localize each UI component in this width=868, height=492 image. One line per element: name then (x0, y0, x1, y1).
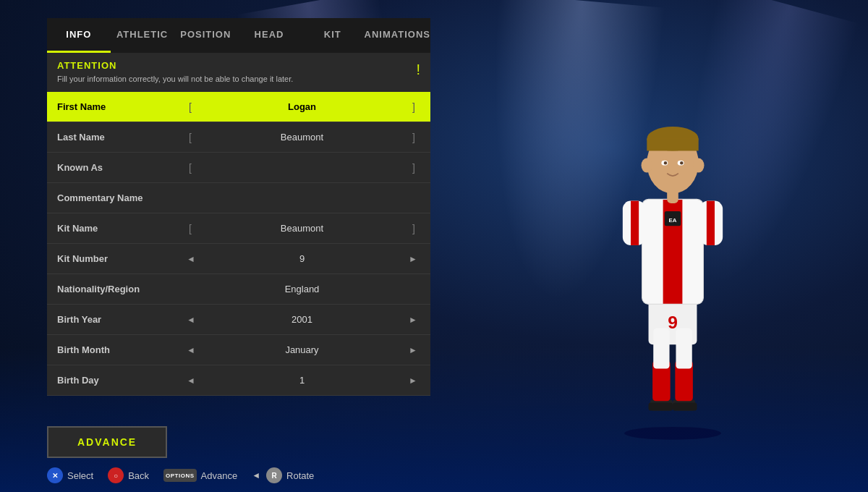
advance-button[interactable]: ADVANCE (47, 426, 167, 458)
player-figure-svg: 9 EA (521, 22, 825, 441)
bracket-right-4: ] (407, 223, 420, 234)
field-value-kit-name: Beaumont (197, 223, 407, 234)
field-birth-day[interactable]: Birth Day ◄ 1 ► (47, 365, 430, 396)
birth-year-arrow-left[interactable]: ◄ (184, 315, 198, 325)
birth-day-arrow-right[interactable]: ► (406, 376, 420, 386)
svg-point-29 (693, 158, 705, 173)
field-value-birth-month: January (198, 344, 406, 355)
options-button-icon: OPTIONS (163, 469, 197, 482)
ui-panel: INFO ATHLETIC POSITION HEAD KIT ANIMATIO… (47, 18, 430, 458)
birth-month-arrow-right[interactable]: ► (406, 345, 420, 355)
field-label-birth-day: Birth Day (57, 375, 184, 386)
tab-info[interactable]: INFO (47, 18, 111, 53)
svg-point-28 (642, 158, 653, 173)
tab-animations[interactable]: ANIMATIONS (365, 18, 430, 53)
control-back: ○ Back (108, 467, 149, 483)
bracket-right-0: ] (407, 101, 420, 113)
field-kit-name[interactable]: Kit Name [ Beaumont ] (47, 213, 430, 244)
svg-rect-10 (676, 328, 692, 369)
bracket-left-0: [ (184, 101, 197, 113)
control-rotate: ◄ R Rotate (252, 467, 314, 483)
field-label-kit-number: Kit Number (57, 253, 184, 264)
field-value-first-name: Logan (197, 101, 407, 112)
warning-icon: ! (416, 62, 420, 78)
bracket-left-4: [ (184, 223, 197, 234)
attention-content: ATTENTION Fill your information correctl… (57, 60, 409, 85)
field-first-name[interactable]: First Name [ Logan ] (47, 92, 430, 122)
svg-rect-23 (647, 139, 698, 151)
field-label-last-name: Last Name (57, 132, 184, 143)
field-birth-month[interactable]: Birth Month ◄ January ► (47, 335, 430, 365)
svg-rect-4 (673, 402, 697, 410)
tab-athletic[interactable]: ATHLETIC (111, 18, 174, 53)
field-label-known-as: Known As (57, 162, 184, 173)
field-label-first-name: First Name (57, 101, 184, 112)
field-value-nationality: England (184, 284, 420, 294)
field-value-kit-number: 9 (198, 253, 406, 264)
svg-rect-17 (631, 201, 639, 245)
o-button-icon: ○ (108, 467, 124, 483)
svg-point-0 (624, 427, 721, 440)
svg-text:EA: EA (669, 217, 677, 224)
tab-bar: INFO ATHLETIC POSITION HEAD KIT ANIMATIO… (47, 18, 430, 53)
attention-title: ATTENTION (57, 60, 409, 71)
tab-head[interactable]: HEAD (237, 18, 301, 53)
field-label-birth-year: Birth Year (57, 314, 184, 325)
field-value-last-name: Beaumont (197, 132, 407, 143)
r-button-icon: R (266, 467, 282, 483)
select-label: Select (67, 470, 93, 481)
field-commentary-name[interactable]: Commentary Name (47, 183, 430, 213)
bracket-right-2: ] (407, 162, 420, 174)
field-nationality[interactable]: Nationality/Region England (47, 274, 430, 305)
field-label-commentary: Commentary Name (57, 192, 184, 203)
bottom-bar: ✕ Select ○ Back OPTIONS Advance ◄ R Rota… (0, 467, 868, 483)
field-value-birth-day: 1 (198, 375, 406, 386)
birth-day-arrow-left[interactable]: ◄ (184, 376, 198, 386)
attention-text: Fill your information correctly, you wil… (57, 74, 409, 85)
field-birth-year[interactable]: Birth Year ◄ 2001 ► (47, 305, 430, 335)
svg-point-27 (680, 161, 683, 164)
rotate-label: Rotate (286, 470, 314, 481)
svg-point-26 (664, 161, 667, 164)
svg-rect-9 (653, 328, 669, 369)
field-label-kit-name: Kit Name (57, 223, 184, 234)
advance-label: Advance (201, 470, 238, 481)
attention-box: ATTENTION Fill your information correctl… (47, 53, 430, 92)
control-select: ✕ Select (47, 467, 93, 483)
tab-position[interactable]: POSITION (174, 18, 237, 53)
field-known-as[interactable]: Known As [ ] (47, 153, 430, 183)
svg-rect-2 (649, 402, 673, 410)
field-label-nationality: Nationality/Region (57, 284, 184, 294)
control-advance: OPTIONS Advance (163, 469, 237, 482)
field-kit-number[interactable]: Kit Number ◄ 9 ► (47, 244, 430, 274)
bracket-left-1: [ (184, 132, 197, 143)
kit-number-arrow-left[interactable]: ◄ (184, 254, 198, 264)
player-preview: 9 EA (521, 22, 825, 441)
birth-month-arrow-left[interactable]: ◄ (184, 345, 198, 355)
tab-kit[interactable]: KIT (301, 18, 365, 53)
field-label-birth-month: Birth Month (57, 344, 184, 355)
rotate-prefix-icon: ◄ (252, 470, 260, 480)
birth-year-arrow-right[interactable]: ► (406, 315, 420, 325)
svg-text:9: 9 (668, 313, 678, 332)
field-value-birth-year: 2001 (198, 314, 406, 325)
bracket-left-2: [ (184, 162, 197, 174)
x-button-icon: ✕ (47, 467, 63, 483)
field-last-name[interactable]: Last Name [ Beaumont ] (47, 122, 430, 153)
form-container: First Name [ Logan ] Last Name [ Beaumon… (47, 92, 430, 396)
back-label: Back (128, 470, 149, 481)
kit-number-arrow-right[interactable]: ► (406, 254, 420, 264)
bracket-right-1: ] (407, 132, 420, 143)
svg-rect-19 (707, 201, 715, 245)
